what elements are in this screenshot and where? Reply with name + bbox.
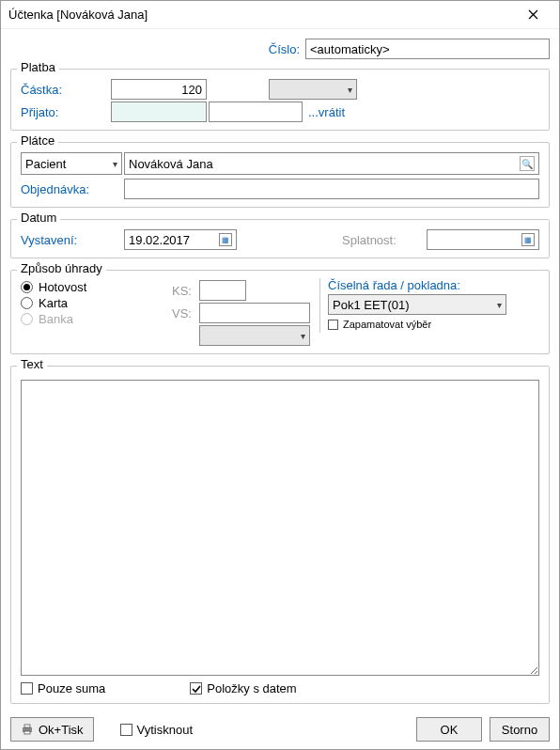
radio-icon [21,297,33,309]
chevron-down-icon: ▾ [348,85,352,95]
items-with-date-label: Položky s datem [207,681,296,695]
series-select[interactable]: Pok1 EET(01) ▾ [328,294,506,315]
order-input[interactable] [124,179,539,199]
sum-only-checkbox-row[interactable]: Pouze suma [21,681,105,695]
payer-name-field[interactable]: Nováková Jana 🔍 [124,152,539,175]
printer-icon [21,724,34,735]
titlebar-title: Účtenka [Nováková Jana] [8,8,514,22]
sum-only-label: Pouze suma [38,681,105,695]
radio-icon [21,281,33,293]
series-label: Číselná řada / pokladna: [328,278,539,292]
change-input[interactable] [209,102,303,122]
method-fieldset: Způsob úhrady Hotovost Karta Banka KS: [10,270,550,354]
chevron-down-icon: ▾ [497,300,502,310]
payer-legend: Plátce [17,133,58,148]
print-checkbox-label: Vytisknout [137,723,194,737]
payment-legend: Platba [17,60,59,74]
currency-select[interactable]: ▾ [269,79,357,100]
payer-name-value: Nováková Jana [129,157,213,171]
ks-label: KS: [143,284,199,298]
checkbox-icon [120,724,132,736]
chevron-down-icon: ▾ [113,159,117,169]
chevron-down-icon: ▾ [301,331,305,341]
text-fieldset: Text Pouze suma Položky s datem [10,366,550,704]
vs-extra-select[interactable]: ▾ [199,325,310,346]
text-textarea[interactable] [21,380,539,676]
amount-input[interactable] [111,79,207,100]
remember-checkbox[interactable] [328,320,338,330]
due-label: Splatnost: [342,233,427,247]
print-checkbox-row[interactable]: Vytisknout [120,723,194,737]
ok-print-button[interactable]: Ok+Tisk [10,717,94,742]
close-button[interactable] [514,2,552,28]
ok-button[interactable]: OK [416,717,482,742]
payment-fieldset: Platba Částka: ▾ Přijato: ...vrátit [10,69,550,131]
issued-date-value: 19.02.2017 [129,233,190,247]
number-label: Číslo: [269,42,300,56]
checkbox-icon [190,682,202,695]
issued-label: Vystavení: [21,233,124,247]
return-link[interactable]: ...vrátit [308,105,345,119]
search-icon[interactable]: 🔍 [520,156,535,171]
text-legend: Text [17,357,47,371]
order-label: Objednávka: [21,182,124,196]
series-value: Pok1 EET(01) [333,298,410,312]
radio-icon [21,313,33,325]
svg-rect-1 [24,725,30,727]
payer-type-value: Pacient [25,157,66,171]
calendar-icon[interactable]: ▦ [521,233,535,246]
titlebar: Účtenka [Nováková Jana] [1,1,559,29]
ks-input[interactable] [199,280,246,301]
dialog-window: Účtenka [Nováková Jana] Číslo: Platba Čá… [0,0,560,750]
number-input[interactable] [305,39,550,59]
footer: Ok+Tisk Vytisknout OK Storno [1,717,559,749]
due-date-input[interactable]: ▦ [427,229,539,250]
checkbox-icon [21,682,33,695]
remember-label: Zapamatovat výběr [343,319,431,330]
svg-rect-2 [24,731,30,734]
date-legend: Datum [17,211,60,225]
calendar-icon[interactable]: ▦ [219,233,232,246]
amount-label: Částka: [21,83,111,97]
received-input[interactable] [111,102,207,122]
radio-banka: Banka [21,312,143,326]
vs-input[interactable] [199,303,310,323]
received-label: Přijato: [21,105,111,119]
date-fieldset: Datum Vystavení: 19.02.2017 ▦ Splatnost:… [10,219,550,258]
items-with-date-checkbox-row[interactable]: Položky s datem [190,681,296,695]
payer-type-select[interactable]: Pacient ▾ [21,152,122,175]
issued-date-input[interactable]: 19.02.2017 ▦ [124,229,237,250]
cancel-button[interactable]: Storno [490,717,550,742]
vs-label: VS: [143,306,199,320]
radio-hotovost[interactable]: Hotovost [21,280,143,294]
method-legend: Způsob úhrady [17,261,106,275]
separator [319,278,320,333]
payer-fieldset: Plátce Pacient ▾ Nováková Jana 🔍 Objedná… [10,142,550,208]
radio-karta[interactable]: Karta [21,296,143,310]
